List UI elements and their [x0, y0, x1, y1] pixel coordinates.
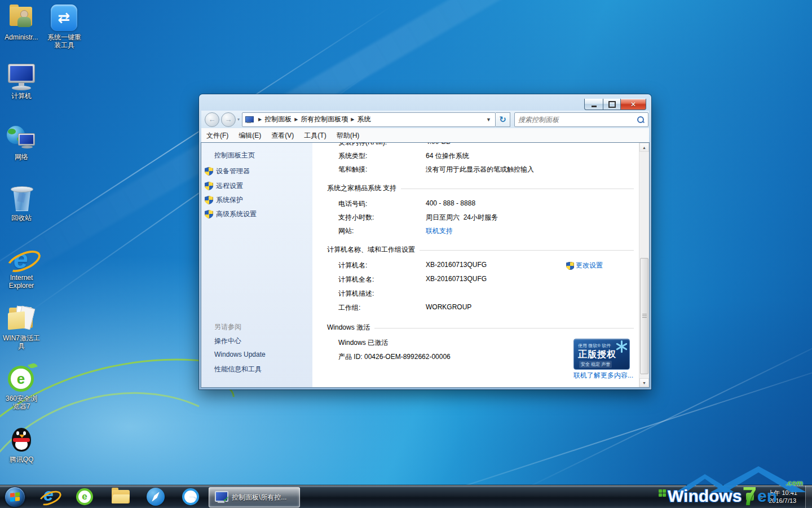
breadcrumb-item-all-items[interactable]: 所有控制面板项 [301, 115, 348, 124]
breadcrumb[interactable]: ▶ 控制面板 ▶ 所有控制面板项 ▶ 系统 ▼ [242, 112, 496, 127]
desktop-icon-label: Administr... [2, 33, 41, 41]
sidebar-item-label: 系统保护 [216, 195, 243, 205]
genuine-software-badge[interactable]: 使用 微软® 软件 正版授权 安全 稳定 声誉 [573, 339, 630, 370]
scrollbar-thumb[interactable] [640, 258, 648, 374]
taskbar-window-button[interactable]: ✓ 控制面板\所有控... [209, 487, 300, 507]
breadcrumb-arrow-icon: ▶ [258, 117, 262, 122]
change-settings[interactable]: 更改设置 [566, 261, 603, 270]
vertical-scrollbar[interactable]: ▲ ▼ [639, 143, 649, 387]
windows-flag-icon [10, 492, 20, 502]
menu-help[interactable]: 帮助(H) [332, 131, 365, 141]
desktop-icon-tencent-qq[interactable]: 腾讯QQ [2, 427, 41, 463]
section-divider [374, 328, 634, 329]
change-settings-link[interactable]: 更改设置 [576, 261, 603, 270]
forward-button[interactable]: → [221, 112, 236, 127]
ram-value: 4.00 GB [426, 143, 451, 146]
breadcrumb-arrow-icon: ▶ [351, 117, 354, 122]
scroll-down-icon[interactable]: ▼ [639, 378, 649, 387]
network-globe-icon [7, 124, 36, 151]
sidebar-item-performance-tools[interactable]: 性能信息和工具 [214, 365, 262, 374]
start-button[interactable] [5, 487, 25, 507]
menu-edit[interactable]: 编辑(E) [233, 131, 266, 141]
learn-more-link[interactable]: 联机了解更多内容... [573, 371, 633, 380]
support-section-header: 系统之家精品系统 支持 [327, 183, 634, 193]
sidebar: 控制面板主页 设备管理器 远程设置 系统保护 高级系统设置 另请参阅 操作中心 … [201, 143, 312, 387]
sidebar-item-advanced-settings[interactable]: 高级系统设置 [205, 209, 257, 219]
online-support-link[interactable]: 联机支持 [426, 226, 453, 236]
system-tray: ▲ ✓ ⌂ 上午 10:41 2016/7/13 [736, 485, 804, 508]
window-controls: ✕ [584, 99, 646, 110]
desktop-icon-label: 回收站 [2, 214, 41, 222]
desktop-icon-administrator[interactable]: Administr... [2, 5, 41, 41]
section-divider [401, 189, 634, 189]
sidebar-item-remote-settings[interactable]: 远程设置 [205, 181, 243, 191]
phone-label: 电话号码: [338, 199, 367, 209]
refresh-button[interactable]: ↻ [496, 112, 510, 127]
taskbar-qq-browser[interactable] [180, 487, 201, 507]
sidebar-item-system-protection[interactable]: 系统保护 [205, 195, 243, 205]
badge-line2: 正版授权 [578, 349, 616, 361]
scroll-up-icon[interactable]: ▲ [639, 143, 649, 152]
system-info-panel: 安装内存(RAM): 4.00 GB 系统类型: 64 位操作系统 笔和触摸: … [312, 143, 639, 387]
hours-label: 支持小时数: [338, 213, 374, 222]
computer-monitor-icon [7, 63, 36, 90]
desktop-icon-recycle-bin[interactable]: 回收站 [2, 185, 41, 222]
internet-explorer-icon: e [39, 488, 58, 506]
internet-explorer-icon: e [7, 245, 36, 272]
search-input[interactable] [515, 116, 637, 124]
workgroup-value: WORKGROUP [426, 303, 471, 311]
uac-shield-icon [566, 262, 574, 270]
address-dropdown-icon[interactable]: ▼ [486, 117, 491, 122]
show-desktop-button[interactable] [805, 485, 812, 508]
computer-name-section-header: 计算机名称、域和工作组设置 [327, 245, 634, 255]
desktop-icon-360-browser[interactable]: e 360安全浏览器7 [2, 366, 41, 410]
product-id: 产品 ID: 00426-OEM-8992662-00006 [338, 352, 451, 362]
taskbar-internet-explorer[interactable]: e [38, 487, 59, 507]
uac-shield-icon [205, 210, 213, 218]
breadcrumb-item-control-panel[interactable]: 控制面板 [264, 115, 292, 124]
genuine-star-icon [615, 340, 628, 353]
desktop-icon-label: 腾讯QQ [2, 456, 41, 463]
menu-view[interactable]: 查看(V) [266, 131, 299, 141]
tray-360-safe-icon[interactable]: ✓ [746, 493, 754, 501]
activation-section-header: Windows 激活 [327, 323, 634, 332]
support-section-title: 系统之家精品系统 支持 [327, 183, 396, 193]
recent-pages-dropdown-icon[interactable]: ▾ [237, 117, 240, 122]
computer-name-label: 计算机名: [338, 261, 367, 270]
swap-arrows-app-icon: ⇄ [50, 5, 79, 32]
close-button[interactable]: ✕ [621, 99, 646, 110]
desktop-icon-internet-explorer[interactable]: e Internet Explorer [2, 245, 41, 290]
recycle-bin-icon [7, 185, 36, 212]
tray-clock[interactable]: 上午 10:41 2016/7/13 [767, 489, 797, 505]
sidebar-item-windows-update[interactable]: Windows Update [214, 351, 266, 358]
desktop-icon-reinstall-tool[interactable]: ⇄ 系统一键重装工具 [45, 5, 83, 49]
activation-section-title: Windows 激活 [327, 323, 370, 332]
system-type-value: 64 位操作系统 [426, 151, 469, 161]
taskbar-browser-compass[interactable] [145, 487, 166, 507]
see-also-header: 另请参阅 [214, 322, 241, 332]
minimize-button[interactable] [584, 99, 603, 110]
sidebar-item-action-center[interactable]: 操作中心 [214, 336, 241, 346]
search-icon [637, 116, 645, 124]
menu-file[interactable]: 文件(F) [201, 131, 233, 141]
back-button[interactable]: ← [205, 112, 219, 127]
search-box[interactable] [514, 112, 648, 127]
desktop-icon-network[interactable]: 网络 [2, 124, 41, 161]
desktop-icon-win7-activator[interactable]: WIN7激活工具 [2, 305, 41, 350]
uac-shield-icon [205, 196, 213, 204]
desktop-icon-computer[interactable]: 计算机 [2, 63, 41, 100]
sidebar-item-device-manager[interactable]: 设备管理器 [205, 167, 250, 176]
sidebar-item-label: 远程设置 [216, 181, 243, 191]
maximize-button[interactable] [603, 99, 621, 110]
computer-name-section-title: 计算机名称、域和工作组设置 [327, 245, 415, 255]
breadcrumb-item-system[interactable]: 系统 [357, 115, 370, 124]
menu-tools[interactable]: 工具(T) [299, 131, 331, 141]
sidebar-item-control-panel-home[interactable]: 控制面板主页 [214, 151, 255, 160]
taskbar-explorer[interactable] [111, 487, 131, 507]
tray-expand-icon[interactable]: ▲ [736, 494, 741, 500]
folder-icon [112, 490, 130, 503]
taskbar-360-browser[interactable]: e [74, 487, 95, 507]
system-window: ✕ ← → ▾ ▶ 控制面板 ▶ 所有控制面板项 ▶ 系统 ▼ ↻ 文件(F) … [199, 94, 651, 389]
badge-line3: 安全 稳定 声誉 [579, 361, 612, 368]
tray-network-icon[interactable]: ⌂ [759, 493, 763, 500]
